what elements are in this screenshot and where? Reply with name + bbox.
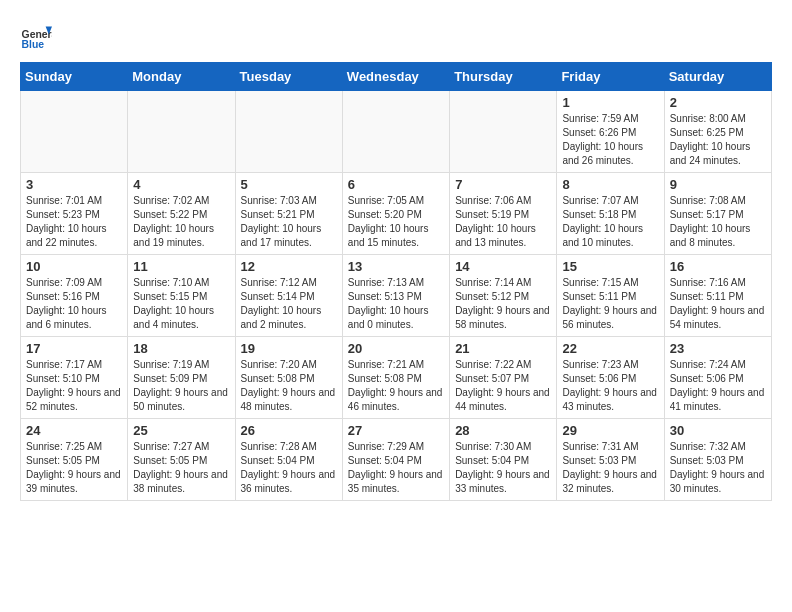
calendar-cell: [128, 91, 235, 173]
day-number: 16: [670, 259, 766, 274]
calendar-cell: 28Sunrise: 7:30 AM Sunset: 5:04 PM Dayli…: [450, 419, 557, 501]
day-info: Sunrise: 7:01 AM Sunset: 5:23 PM Dayligh…: [26, 194, 122, 250]
day-info: Sunrise: 7:15 AM Sunset: 5:11 PM Dayligh…: [562, 276, 658, 332]
calendar-cell: 11Sunrise: 7:10 AM Sunset: 5:15 PM Dayli…: [128, 255, 235, 337]
calendar-cell: 21Sunrise: 7:22 AM Sunset: 5:07 PM Dayli…: [450, 337, 557, 419]
calendar-cell: 29Sunrise: 7:31 AM Sunset: 5:03 PM Dayli…: [557, 419, 664, 501]
calendar-cell: [235, 91, 342, 173]
day-info: Sunrise: 7:29 AM Sunset: 5:04 PM Dayligh…: [348, 440, 444, 496]
calendar-cell: 22Sunrise: 7:23 AM Sunset: 5:06 PM Dayli…: [557, 337, 664, 419]
day-number: 19: [241, 341, 337, 356]
calendar-cell: 9Sunrise: 7:08 AM Sunset: 5:17 PM Daylig…: [664, 173, 771, 255]
day-number: 6: [348, 177, 444, 192]
weekday-header-friday: Friday: [557, 63, 664, 91]
calendar-header: SundayMondayTuesdayWednesdayThursdayFrid…: [21, 63, 772, 91]
calendar-cell: 3Sunrise: 7:01 AM Sunset: 5:23 PM Daylig…: [21, 173, 128, 255]
calendar-cell: 4Sunrise: 7:02 AM Sunset: 5:22 PM Daylig…: [128, 173, 235, 255]
day-number: 4: [133, 177, 229, 192]
weekday-row: SundayMondayTuesdayWednesdayThursdayFrid…: [21, 63, 772, 91]
day-info: Sunrise: 7:10 AM Sunset: 5:15 PM Dayligh…: [133, 276, 229, 332]
day-info: Sunrise: 7:22 AM Sunset: 5:07 PM Dayligh…: [455, 358, 551, 414]
day-number: 28: [455, 423, 551, 438]
day-number: 7: [455, 177, 551, 192]
calendar-cell: 12Sunrise: 7:12 AM Sunset: 5:14 PM Dayli…: [235, 255, 342, 337]
weekday-header-tuesday: Tuesday: [235, 63, 342, 91]
calendar-cell: 15Sunrise: 7:15 AM Sunset: 5:11 PM Dayli…: [557, 255, 664, 337]
header: General Blue: [20, 20, 772, 52]
day-number: 23: [670, 341, 766, 356]
day-info: Sunrise: 7:16 AM Sunset: 5:11 PM Dayligh…: [670, 276, 766, 332]
calendar-cell: 24Sunrise: 7:25 AM Sunset: 5:05 PM Dayli…: [21, 419, 128, 501]
day-number: 21: [455, 341, 551, 356]
calendar-cell: 27Sunrise: 7:29 AM Sunset: 5:04 PM Dayli…: [342, 419, 449, 501]
day-number: 27: [348, 423, 444, 438]
day-info: Sunrise: 7:28 AM Sunset: 5:04 PM Dayligh…: [241, 440, 337, 496]
day-info: Sunrise: 7:19 AM Sunset: 5:09 PM Dayligh…: [133, 358, 229, 414]
week-row-4: 24Sunrise: 7:25 AM Sunset: 5:05 PM Dayli…: [21, 419, 772, 501]
day-number: 24: [26, 423, 122, 438]
day-number: 10: [26, 259, 122, 274]
day-number: 14: [455, 259, 551, 274]
weekday-header-saturday: Saturday: [664, 63, 771, 91]
day-info: Sunrise: 7:07 AM Sunset: 5:18 PM Dayligh…: [562, 194, 658, 250]
logo: General Blue: [20, 20, 56, 52]
day-number: 17: [26, 341, 122, 356]
day-number: 2: [670, 95, 766, 110]
day-number: 13: [348, 259, 444, 274]
day-number: 25: [133, 423, 229, 438]
day-number: 30: [670, 423, 766, 438]
day-info: Sunrise: 8:00 AM Sunset: 6:25 PM Dayligh…: [670, 112, 766, 168]
day-info: Sunrise: 7:12 AM Sunset: 5:14 PM Dayligh…: [241, 276, 337, 332]
day-info: Sunrise: 7:30 AM Sunset: 5:04 PM Dayligh…: [455, 440, 551, 496]
calendar-cell: 18Sunrise: 7:19 AM Sunset: 5:09 PM Dayli…: [128, 337, 235, 419]
day-info: Sunrise: 7:05 AM Sunset: 5:20 PM Dayligh…: [348, 194, 444, 250]
week-row-3: 17Sunrise: 7:17 AM Sunset: 5:10 PM Dayli…: [21, 337, 772, 419]
day-number: 20: [348, 341, 444, 356]
day-number: 11: [133, 259, 229, 274]
calendar: SundayMondayTuesdayWednesdayThursdayFrid…: [20, 62, 772, 501]
calendar-cell: 17Sunrise: 7:17 AM Sunset: 5:10 PM Dayli…: [21, 337, 128, 419]
calendar-cell: 25Sunrise: 7:27 AM Sunset: 5:05 PM Dayli…: [128, 419, 235, 501]
day-info: Sunrise: 7:31 AM Sunset: 5:03 PM Dayligh…: [562, 440, 658, 496]
week-row-0: 1Sunrise: 7:59 AM Sunset: 6:26 PM Daylig…: [21, 91, 772, 173]
day-number: 18: [133, 341, 229, 356]
day-info: Sunrise: 7:59 AM Sunset: 6:26 PM Dayligh…: [562, 112, 658, 168]
calendar-cell: 6Sunrise: 7:05 AM Sunset: 5:20 PM Daylig…: [342, 173, 449, 255]
day-number: 9: [670, 177, 766, 192]
calendar-cell: [21, 91, 128, 173]
calendar-body: 1Sunrise: 7:59 AM Sunset: 6:26 PM Daylig…: [21, 91, 772, 501]
day-info: Sunrise: 7:06 AM Sunset: 5:19 PM Dayligh…: [455, 194, 551, 250]
day-info: Sunrise: 7:25 AM Sunset: 5:05 PM Dayligh…: [26, 440, 122, 496]
calendar-cell: 30Sunrise: 7:32 AM Sunset: 5:03 PM Dayli…: [664, 419, 771, 501]
day-info: Sunrise: 7:20 AM Sunset: 5:08 PM Dayligh…: [241, 358, 337, 414]
calendar-cell: 16Sunrise: 7:16 AM Sunset: 5:11 PM Dayli…: [664, 255, 771, 337]
logo-icon: General Blue: [20, 20, 52, 52]
day-number: 1: [562, 95, 658, 110]
calendar-cell: 8Sunrise: 7:07 AM Sunset: 5:18 PM Daylig…: [557, 173, 664, 255]
weekday-header-monday: Monday: [128, 63, 235, 91]
day-info: Sunrise: 7:09 AM Sunset: 5:16 PM Dayligh…: [26, 276, 122, 332]
calendar-cell: 2Sunrise: 8:00 AM Sunset: 6:25 PM Daylig…: [664, 91, 771, 173]
calendar-cell: 14Sunrise: 7:14 AM Sunset: 5:12 PM Dayli…: [450, 255, 557, 337]
calendar-cell: 10Sunrise: 7:09 AM Sunset: 5:16 PM Dayli…: [21, 255, 128, 337]
day-number: 5: [241, 177, 337, 192]
svg-text:Blue: Blue: [22, 39, 45, 50]
day-info: Sunrise: 7:32 AM Sunset: 5:03 PM Dayligh…: [670, 440, 766, 496]
calendar-cell: 5Sunrise: 7:03 AM Sunset: 5:21 PM Daylig…: [235, 173, 342, 255]
calendar-cell: [342, 91, 449, 173]
day-info: Sunrise: 7:02 AM Sunset: 5:22 PM Dayligh…: [133, 194, 229, 250]
day-info: Sunrise: 7:24 AM Sunset: 5:06 PM Dayligh…: [670, 358, 766, 414]
day-info: Sunrise: 7:03 AM Sunset: 5:21 PM Dayligh…: [241, 194, 337, 250]
weekday-header-thursday: Thursday: [450, 63, 557, 91]
day-info: Sunrise: 7:23 AM Sunset: 5:06 PM Dayligh…: [562, 358, 658, 414]
day-info: Sunrise: 7:21 AM Sunset: 5:08 PM Dayligh…: [348, 358, 444, 414]
calendar-cell: 20Sunrise: 7:21 AM Sunset: 5:08 PM Dayli…: [342, 337, 449, 419]
calendar-cell: [450, 91, 557, 173]
day-info: Sunrise: 7:27 AM Sunset: 5:05 PM Dayligh…: [133, 440, 229, 496]
day-info: Sunrise: 7:14 AM Sunset: 5:12 PM Dayligh…: [455, 276, 551, 332]
day-info: Sunrise: 7:17 AM Sunset: 5:10 PM Dayligh…: [26, 358, 122, 414]
weekday-header-wednesday: Wednesday: [342, 63, 449, 91]
calendar-cell: 1Sunrise: 7:59 AM Sunset: 6:26 PM Daylig…: [557, 91, 664, 173]
day-number: 12: [241, 259, 337, 274]
calendar-cell: 13Sunrise: 7:13 AM Sunset: 5:13 PM Dayli…: [342, 255, 449, 337]
